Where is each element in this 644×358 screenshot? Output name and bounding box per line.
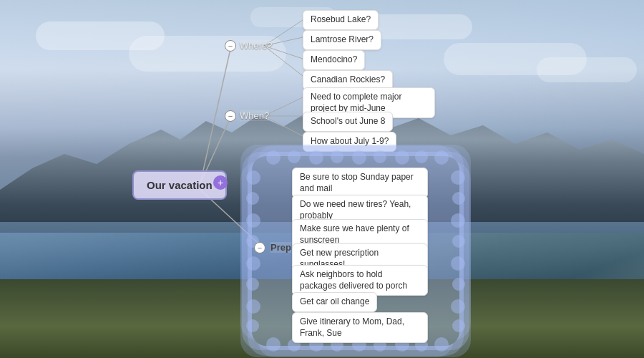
prep-collapse-btn[interactable]: − bbox=[254, 242, 265, 253]
prep-leaf-5[interactable]: Ask neighbors to hold packages delivered… bbox=[292, 265, 428, 296]
when-collapse-btn[interactable]: − bbox=[225, 110, 236, 122]
when-leaf-2[interactable]: School's out June 8 bbox=[303, 112, 393, 132]
prep-leaf-6[interactable]: Get car oil change bbox=[292, 292, 377, 312]
central-node[interactable]: Our vacation bbox=[132, 170, 227, 200]
when-leaf-3[interactable]: How about July 1-9? bbox=[303, 132, 396, 152]
prep-leaf-7[interactable]: Give itinerary to Mom, Dad, Frank, Sue bbox=[292, 312, 428, 343]
where-leaf-3[interactable]: Mendocino? bbox=[303, 50, 365, 70]
prep-leaf-1[interactable]: Be sure to stop Sunday paper and mail bbox=[292, 168, 428, 198]
where-leaf-1[interactable]: Rosebud Lake? bbox=[303, 10, 379, 30]
where-collapse-btn[interactable]: − bbox=[225, 40, 236, 52]
when-branch[interactable]: When? bbox=[240, 110, 269, 121]
prep-branch[interactable]: Prep bbox=[270, 242, 291, 253]
central-node-label: Our vacation bbox=[147, 179, 213, 191]
mindmap: Our vacation + − Where? Rosebud Lake? La… bbox=[0, 0, 644, 358]
where-branch[interactable]: Where? bbox=[240, 40, 273, 51]
where-leaf-2[interactable]: Lamtrose River? bbox=[303, 30, 381, 50]
add-button[interactable]: + bbox=[213, 175, 228, 190]
